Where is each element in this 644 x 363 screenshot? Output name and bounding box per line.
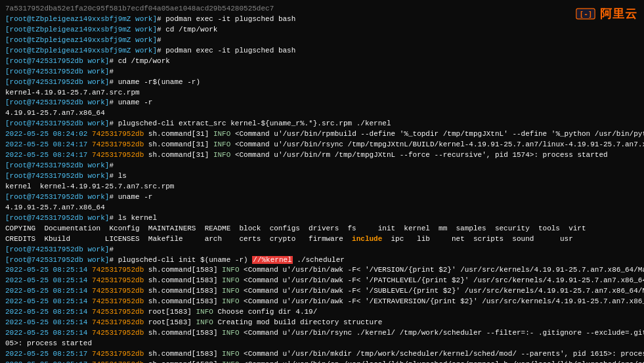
line-hash: 7a5317952dba52e1fa20c95f581b7ecdf04a05ae…	[5, 4, 639, 14]
line-18-out: kernel kernel-4.19.91-25.7.an7.src.rpm	[5, 182, 639, 192]
line-27: 2022-05-25 08:25:14 7425317952db sh.comm…	[5, 276, 639, 286]
aliyun-brand-text: 阿里云	[600, 5, 637, 22]
line-29: 2022-05-25 08:25:14 7425317952db sh.comm…	[5, 297, 639, 307]
line-32: 2022-05-25 08:25:14 7425317952db sh.comm…	[5, 328, 639, 339]
line-8: [root@7425317952db work]# uname -r$(unam…	[5, 77, 639, 88]
terminal-window: [-] 阿里云 7a5317952dba52e1fa20c95f581b7ecd…	[0, 0, 644, 363]
line-20-out: 4.19.91-25.7.an7.x86_64	[5, 203, 639, 213]
line-35: 2022-05-25 08:25:17 7425317952db sh.comm…	[5, 360, 639, 363]
line-4: [root@tZbpleigeaz149xxsbfj9mZ work]#	[5, 35, 639, 46]
line-26: 2022-05-25 08:25:14 7425317952db sh.comm…	[5, 265, 639, 276]
line-24: [root@7425317952db work]#	[5, 245, 639, 255]
line-16: [root@7425317952db work]#	[5, 161, 639, 171]
svg-text:[-]: [-]	[580, 10, 593, 18]
line-13: 2022-05-25 08:24:02 7425317952db sh.comm…	[5, 129, 639, 140]
aliyun-logo: [-] 阿里云	[575, 5, 637, 22]
line-30: 2022-05-25 08:25:14 7425317952db root[15…	[5, 307, 639, 318]
line-21: [root@7425317952db work]# ls kernel	[5, 213, 639, 224]
line-12: [root@7425317952db work]# plugsched-cli …	[5, 119, 639, 129]
line-22-out: COPYING Documentation Kconfig MAINTAINER…	[5, 224, 639, 234]
line-31: 2022-05-25 08:25:14 7425317952db root[15…	[5, 318, 639, 328]
line-34: 2022-05-25 08:25:17 7425317952db sh.comm…	[5, 349, 639, 360]
line-6: [root@7425317952db work]# cd /tmp/work	[5, 56, 639, 67]
line-17: [root@7425317952db work]# ls	[5, 171, 639, 182]
aliyun-icon-svg: [-]	[575, 7, 596, 21]
line-25-highlight: [root@7425317952db work]# plugsched-cli …	[5, 255, 639, 266]
line-2: [root@tZbpleigeaz149xxsbfj9mZ work]# pod…	[5, 14, 639, 25]
line-14: 2022-05-25 08:24:17 7425317952db sh.comm…	[5, 140, 639, 150]
line-19: [root@7425317952db work]# uname -r	[5, 192, 639, 203]
line-23-out: CREDITS Kbuild LICENSES Makefile arch ce…	[5, 234, 639, 245]
line-15: 2022-05-25 08:24:17 7425317952db sh.comm…	[5, 150, 639, 161]
line-7: [root@7425317952db work]#	[5, 67, 639, 77]
line-5: [root@tZbpleigeaz149xxsbfj9mZ work]# pod…	[5, 46, 639, 56]
line-9-out: kernel-4.19.91-25.7.an7.src.rpm	[5, 88, 639, 98]
line-3: [root@tZbpleigeaz149xxsbfj9mZ work]# cd …	[5, 25, 639, 35]
terminal-content: 7a5317952dba52e1fa20c95f581b7ecdf04a05ae…	[5, 4, 639, 363]
line-28: 2022-05-25 08:25:14 7425317952db sh.comm…	[5, 286, 639, 297]
line-11-out: 4.19.91-25.7.an7.x86_64	[5, 108, 639, 119]
line-33: 05>: process started	[5, 339, 639, 349]
line-10: [root@7425317952db work]# uname -r	[5, 98, 639, 108]
